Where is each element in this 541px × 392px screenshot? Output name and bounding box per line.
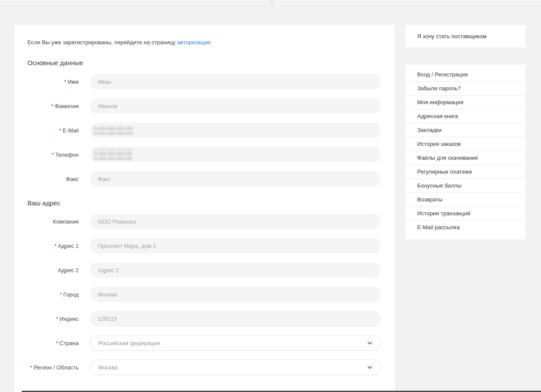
- field-label: *Телефон: [27, 152, 79, 158]
- input-wrap: [90, 238, 381, 254]
- field-label-text: Фамилия: [55, 103, 79, 109]
- input-wrap: Москва: [90, 359, 381, 375]
- address-rows: Компания *Адрес 1 Адрес 2 *Город *Индекс: [14, 214, 395, 375]
- login-link[interactable]: авторизации.: [177, 39, 212, 46]
- redacted-email-value: [93, 125, 133, 135]
- required-asterisk: *: [60, 291, 62, 298]
- form-row: *Имя: [27, 74, 381, 89]
- input-wrap: [90, 311, 381, 326]
- input-wrap: [90, 74, 381, 89]
- field-label-text: Факс: [66, 176, 79, 182]
- intro-text: Если Вы уже зарегистрированы, перейдите …: [27, 39, 382, 46]
- input-wrap: [90, 262, 381, 278]
- form-row: *Адрес 1: [27, 238, 381, 254]
- main-data-rows: *Имя *Фамилия *E-Mail *Телефон: [14, 74, 395, 187]
- address2-input[interactable]: [90, 262, 381, 278]
- input-wrap: [90, 98, 381, 114]
- section-title-address: Ваш адрес: [27, 199, 382, 207]
- field-label-text: E-Mail: [63, 127, 79, 134]
- required-asterisk: *: [51, 103, 53, 109]
- topbar-notch: [270, 0, 273, 5]
- fax-input[interactable]: [90, 171, 381, 187]
- sidebar-item-bonus-points[interactable]: Бонусные баллы: [405, 179, 525, 193]
- intro-text-static: Если Вы уже зарегистрированы, перейдите …: [27, 39, 176, 46]
- field-label-text: Регион / Область: [33, 364, 79, 371]
- field-label-text: Город: [63, 291, 79, 298]
- form-row: *E-Mail: [27, 122, 381, 138]
- input-wrap: [90, 147, 381, 162]
- field-label-text: Компания: [53, 218, 79, 225]
- field-label: Компания: [27, 218, 79, 225]
- sidebar-item-downloads[interactable]: Файлы для скачивания: [405, 151, 525, 165]
- form-row: Факс: [27, 171, 381, 187]
- field-label-text: Телефон: [55, 152, 79, 158]
- region-select-value: Москва: [98, 364, 368, 371]
- sidebar-item-my-info[interactable]: Моя информация: [405, 96, 525, 109]
- become-supplier-label: Я хочу стать поставщиком: [417, 33, 486, 40]
- field-label: *Индекс: [27, 316, 79, 322]
- phone-input[interactable]: [90, 147, 381, 162]
- form-row: *Регион / Область Москва: [27, 359, 381, 375]
- form-row: *Город: [27, 287, 381, 302]
- account-menu: Вход / Регистрация Забыли пароль? Моя ин…: [405, 65, 525, 239]
- field-label: *Имя: [27, 79, 79, 85]
- form-row: *Телефон: [27, 147, 381, 162]
- input-wrap: Российская федерация: [90, 335, 381, 351]
- topbar: [0, 0, 541, 6]
- field-label-text: Адрес 1: [58, 243, 79, 249]
- form-row: *Индекс: [27, 311, 381, 326]
- form-row: Компания: [27, 214, 381, 229]
- section-title-main-data: Основные данные: [27, 59, 382, 66]
- company-input[interactable]: [90, 214, 381, 229]
- input-wrap: [90, 122, 381, 138]
- field-label: *E-Mail: [27, 127, 79, 134]
- chevron-down-icon: [368, 366, 372, 369]
- sidebar-item-order-history[interactable]: История заказов: [405, 137, 525, 151]
- country-select-value: Российская федерация: [98, 340, 368, 346]
- postcode-input[interactable]: [90, 311, 381, 326]
- region-select[interactable]: Москва: [90, 359, 381, 375]
- required-asterisk: *: [54, 243, 56, 249]
- form-row: Адрес 2: [27, 262, 381, 278]
- sidebar-item-transaction-history[interactable]: История транзакций: [405, 207, 525, 221]
- sidebar-item-bookmarks[interactable]: Закладки: [405, 123, 525, 137]
- field-label-text: Имя: [68, 79, 79, 85]
- required-asterisk: *: [59, 127, 61, 134]
- redacted-phone-value: [93, 149, 133, 160]
- sidebar-item-address-book[interactable]: Адресная книга: [405, 109, 525, 123]
- input-wrap: [90, 214, 381, 229]
- email-input[interactable]: [90, 122, 381, 138]
- field-label-text: Адрес 2: [58, 267, 79, 273]
- field-label: *Фамилия: [27, 103, 79, 109]
- field-label-text: Индекс: [60, 316, 79, 322]
- registration-card: Если Вы уже зарегистрированы, перейдите …: [14, 25, 395, 392]
- required-asterisk: *: [56, 340, 58, 346]
- form-row: *Фамилия: [27, 98, 381, 114]
- field-label-text: Страна: [60, 340, 79, 346]
- sidebar-item-login[interactable]: Вход / Регистрация: [405, 68, 525, 82]
- sidebar-item-returns[interactable]: Возвраты: [405, 193, 525, 207]
- input-wrap: [90, 287, 381, 302]
- required-asterisk: *: [52, 152, 54, 158]
- country-select[interactable]: Российская федерация: [90, 335, 381, 351]
- become-supplier-button[interactable]: Я хочу стать поставщиком: [405, 25, 525, 47]
- first-name-input[interactable]: [90, 74, 381, 89]
- sidebar-item-recurring-payments[interactable]: Регулярные платежи: [405, 165, 525, 179]
- field-label: *Регион / Область: [27, 364, 79, 371]
- field-label: Факс: [27, 176, 79, 182]
- required-asterisk: *: [64, 79, 66, 85]
- sidebar-item-email-newsletter[interactable]: E-Mail рассылка: [405, 221, 525, 234]
- required-asterisk: *: [30, 364, 32, 371]
- form-row: *Страна Российская федерация: [27, 335, 381, 351]
- field-label: *Адрес 1: [27, 243, 79, 249]
- sidebar-item-forgot-password[interactable]: Забыли пароль?: [405, 82, 525, 96]
- field-label: *Страна: [27, 340, 79, 346]
- chevron-down-icon: [368, 342, 372, 345]
- address1-input[interactable]: [90, 238, 381, 254]
- last-name-input[interactable]: [90, 98, 381, 114]
- field-label: *Город: [27, 291, 79, 298]
- city-input[interactable]: [90, 287, 381, 302]
- required-asterisk: *: [56, 316, 58, 322]
- field-label: Адрес 2: [27, 267, 79, 273]
- input-wrap: [90, 171, 381, 187]
